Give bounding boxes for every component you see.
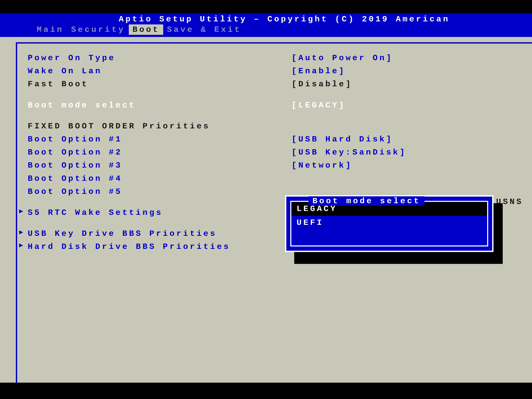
setting-value: [USB Key:SanDisk]: [291, 146, 523, 159]
setting-boot-option-3[interactable]: Boot Option #3 [Network]: [28, 159, 523, 172]
submenu-arrow-icon: ▶: [19, 206, 25, 217]
setting-label: Boot Option #1: [28, 133, 291, 146]
tab-save-exit[interactable]: Save & Exit: [163, 24, 245, 35]
setting-value: [291, 172, 523, 185]
setting-value: [Auto Power On]: [291, 51, 523, 64]
setting-label: Wake On Lan: [28, 64, 291, 78]
setting-value: [LEGACY]: [291, 99, 523, 112]
setting-label: Fast Boot: [28, 78, 291, 91]
submenu-arrow-icon: ▶: [19, 240, 25, 251]
setting-fast-boot[interactable]: Fast Boot [Disable]: [28, 78, 523, 91]
popup-option-uefi[interactable]: UEFI: [291, 216, 487, 230]
setting-wake-on-lan[interactable]: Wake On Lan [Enable]: [28, 64, 523, 78]
tab-security[interactable]: Security: [67, 24, 129, 35]
setting-value: [Disable]: [291, 78, 523, 91]
popup-title: Boot mode select: [309, 196, 424, 206]
header-bar: Aptio Setup Utility – Copyright (C) 2019…: [0, 13, 532, 37]
tab-boot[interactable]: Boot: [129, 24, 163, 35]
setting-boot-mode-select[interactable]: Boot mode select [LEGACY]: [28, 99, 523, 112]
section-header: FIXED BOOT ORDER Priorities: [28, 120, 291, 133]
setting-value: [Enable]: [291, 64, 523, 78]
setting-label: Power On Type: [28, 51, 291, 64]
submenu-arrow-icon: ▶: [19, 227, 25, 238]
submenu-label: S5 RTC Wake Settings: [28, 206, 291, 219]
setting-label: Boot Option #4: [28, 172, 291, 185]
setting-label: Boot mode select: [28, 99, 291, 112]
fixed-boot-order-header: FIXED BOOT ORDER Priorities: [28, 120, 523, 133]
tab-main[interactable]: Main: [33, 24, 67, 35]
submenu-label: Hard Disk Drive BBS Priorities: [28, 240, 291, 253]
setting-label: Boot Option #5: [28, 185, 291, 198]
tab-bar: Main Security Boot Save & Exit: [0, 24, 532, 35]
setting-label: Boot Option #3: [28, 159, 291, 172]
popup-inner-frame: Boot mode select LEGACY UEFI: [290, 201, 488, 247]
bios-screen: Aptio Setup Utility – Copyright (C) 2019…: [0, 13, 532, 383]
setting-label: Boot Option #2: [28, 146, 291, 159]
setting-value: [Network]: [291, 159, 523, 172]
setting-boot-option-1[interactable]: Boot Option #1 [USB Hard Disk]: [28, 133, 523, 146]
submenu-label: USB Key Drive BBS Priorities: [28, 227, 291, 240]
setting-value: [USB Hard Disk]: [291, 133, 523, 146]
boot-mode-select-popup: Boot mode select LEGACY UEFI: [285, 195, 494, 252]
setting-power-on-type[interactable]: Power On Type [Auto Power On]: [28, 51, 523, 64]
setting-boot-option-2[interactable]: Boot Option #2 [USB Key:SanDisk]: [28, 146, 523, 159]
setting-boot-option-4[interactable]: Boot Option #4: [28, 172, 523, 185]
utility-title: Aptio Setup Utility – Copyright (C) 2019…: [0, 13, 532, 24]
